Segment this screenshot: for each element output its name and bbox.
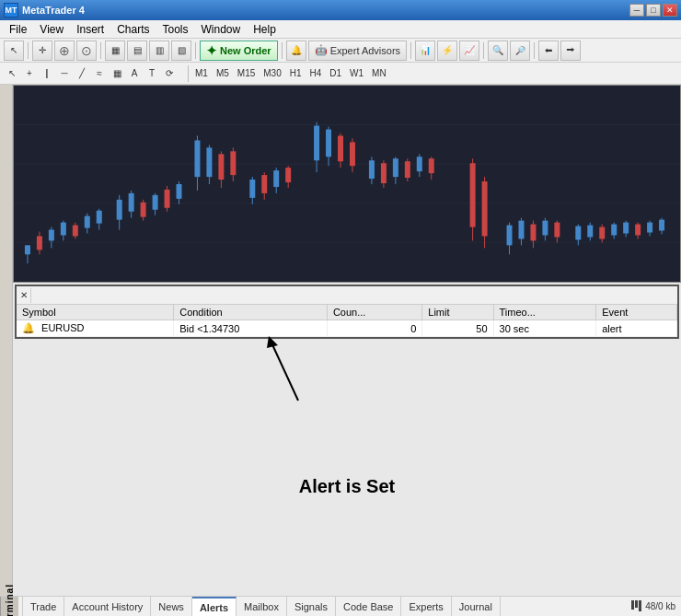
maximize-button[interactable]: □ bbox=[646, 4, 661, 17]
svg-rect-47 bbox=[314, 126, 319, 161]
tf-w1[interactable]: W1 bbox=[346, 65, 367, 82]
tool-cross[interactable]: + bbox=[21, 65, 38, 82]
menu-file[interactable]: File bbox=[4, 21, 32, 38]
menu-bar: File View Insert Charts Tools Window Hel… bbox=[0, 20, 681, 39]
toolbar-btn-chart1[interactable]: ▦ bbox=[105, 41, 125, 61]
tool-text[interactable]: A bbox=[126, 65, 143, 82]
tf-mn[interactable]: MN bbox=[368, 65, 390, 82]
status-bar: 48/0 kb bbox=[626, 596, 681, 616]
title-bar: MT MetaTrader 4 ─ □ ✕ bbox=[0, 0, 681, 20]
toolbar-sep-3 bbox=[195, 42, 196, 59]
tf-m1[interactable]: M1 bbox=[191, 65, 212, 82]
tool-trendline[interactable]: ╱ bbox=[74, 65, 90, 82]
tool-wave[interactable]: ≈ bbox=[91, 65, 108, 82]
tf-tools-group: ↖ + | ─ ╱ ≈ ▦ A T ⟳ bbox=[4, 65, 178, 82]
alerts-close-button[interactable]: ✕ bbox=[17, 288, 31, 303]
svg-rect-23 bbox=[141, 203, 146, 217]
svg-rect-13 bbox=[73, 226, 78, 237]
svg-rect-57 bbox=[381, 163, 387, 183]
toolbar-btn-chart3[interactable]: ▥ bbox=[149, 41, 169, 61]
tf-d1[interactable]: D1 bbox=[326, 65, 345, 82]
svg-rect-59 bbox=[393, 158, 398, 177]
svg-rect-25 bbox=[153, 195, 158, 210]
svg-rect-61 bbox=[405, 161, 410, 178]
svg-rect-45 bbox=[285, 168, 291, 182]
tab-news[interactable]: News bbox=[151, 597, 192, 616]
svg-rect-65 bbox=[429, 158, 434, 173]
tab-mailbox[interactable]: Mailbox bbox=[237, 597, 287, 616]
tf-h1[interactable]: H1 bbox=[286, 65, 306, 82]
tool-rect[interactable]: ▦ bbox=[109, 65, 125, 82]
tool-period[interactable]: ⟳ bbox=[161, 65, 178, 82]
status-disk-icon bbox=[631, 600, 641, 611]
svg-rect-87 bbox=[611, 225, 617, 236]
toolbar-btn-nav1[interactable]: ⊕ bbox=[54, 41, 75, 61]
cell-symbol: 🔔 EURUSD bbox=[17, 320, 174, 337]
menu-charts[interactable]: Charts bbox=[111, 21, 155, 38]
tab-experts[interactable]: Experts bbox=[401, 597, 451, 616]
tab-alerts[interactable]: Alerts bbox=[192, 597, 237, 616]
svg-rect-49 bbox=[326, 130, 331, 157]
tf-sep bbox=[188, 65, 189, 82]
svg-rect-51 bbox=[338, 135, 343, 161]
tf-m15[interactable]: M15 bbox=[234, 65, 259, 82]
expert-advisors-button[interactable]: 🤖 Expert Advisors bbox=[308, 41, 407, 61]
status-kb-value: 48/0 kb bbox=[645, 601, 675, 611]
toolbar-btn-period2[interactable]: 📈 bbox=[459, 41, 479, 61]
content-area: ✕ Symbol Condition Coun... Limit Timeo..… bbox=[13, 85, 681, 596]
menu-view[interactable]: View bbox=[34, 21, 69, 38]
menu-tools[interactable]: Tools bbox=[157, 21, 194, 38]
svg-rect-11 bbox=[61, 223, 66, 236]
tool-hline[interactable]: ─ bbox=[56, 65, 73, 82]
tf-h4[interactable]: H4 bbox=[306, 65, 326, 82]
terminal-tab[interactable]: Terminal bbox=[0, 597, 18, 617]
toolbar-btn-chart4[interactable]: ▧ bbox=[171, 41, 191, 61]
minimize-button[interactable]: ─ bbox=[629, 4, 644, 17]
tab-journal[interactable]: Journal bbox=[452, 597, 501, 616]
toolbar-btn-back[interactable]: ⬅ bbox=[538, 41, 559, 61]
svg-rect-37 bbox=[230, 151, 236, 175]
tab-codebase[interactable]: Code Base bbox=[336, 597, 401, 616]
toolbar-btn-period1[interactable]: ⚡ bbox=[437, 41, 457, 61]
tool-arrow[interactable]: ↖ bbox=[4, 65, 20, 82]
tf-m30[interactable]: M30 bbox=[260, 65, 284, 82]
tf-m5[interactable]: M5 bbox=[213, 65, 233, 82]
tool-vline[interactable]: | bbox=[39, 65, 55, 82]
new-order-button[interactable]: ✦ New Order bbox=[200, 41, 278, 61]
menu-insert[interactable]: Insert bbox=[71, 21, 110, 38]
toolbar-btn-zoomout[interactable]: 🔎 bbox=[510, 41, 530, 61]
svg-rect-95 bbox=[659, 220, 664, 231]
tab-signals[interactable]: Signals bbox=[287, 597, 336, 616]
svg-rect-35 bbox=[218, 154, 224, 180]
menu-window[interactable]: Window bbox=[196, 21, 247, 38]
cell-event: alert bbox=[596, 320, 677, 337]
col-timeout: Timeo... bbox=[493, 305, 596, 320]
toolbar-btn-arrow[interactable]: ↖ bbox=[4, 41, 24, 61]
toolbar-sep-7 bbox=[534, 42, 535, 59]
svg-rect-69 bbox=[482, 181, 488, 236]
svg-rect-53 bbox=[350, 142, 355, 166]
toolbar-btn-crosshair[interactable]: ✛ bbox=[32, 41, 52, 61]
svg-rect-33 bbox=[206, 147, 212, 177]
tab-trade[interactable]: Trade bbox=[22, 597, 64, 616]
expert-icon: 🤖 bbox=[315, 44, 328, 56]
tool-label[interactable]: T bbox=[144, 65, 160, 82]
toolbar-btn-nav2[interactable]: ⊙ bbox=[76, 41, 97, 61]
toolbar-btn-fwd[interactable]: ⮕ bbox=[560, 41, 581, 61]
chart-area[interactable] bbox=[13, 85, 681, 283]
close-button[interactable]: ✕ bbox=[663, 4, 677, 17]
svg-rect-73 bbox=[518, 221, 524, 239]
menu-help[interactable]: Help bbox=[248, 21, 282, 38]
toolbar-sep-6 bbox=[483, 42, 484, 59]
tab-account-history[interactable]: Account History bbox=[64, 597, 151, 616]
table-header-row: Symbol Condition Coun... Limit Timeo... … bbox=[17, 305, 677, 320]
toolbar-btn-alert[interactable]: 🔔 bbox=[286, 41, 306, 61]
svg-rect-55 bbox=[369, 160, 375, 179]
toolbar-sep-1 bbox=[28, 42, 29, 59]
left-strip bbox=[0, 85, 13, 596]
bottom-tabs: Trade Account History News Alerts Mailbo… bbox=[18, 597, 681, 616]
toolbar-btn-indicators[interactable]: 📊 bbox=[415, 41, 435, 61]
toolbar-btn-zoomin[interactable]: 🔍 bbox=[488, 41, 508, 61]
svg-rect-39 bbox=[249, 180, 255, 198]
toolbar-btn-chart2[interactable]: ▤ bbox=[127, 41, 147, 61]
